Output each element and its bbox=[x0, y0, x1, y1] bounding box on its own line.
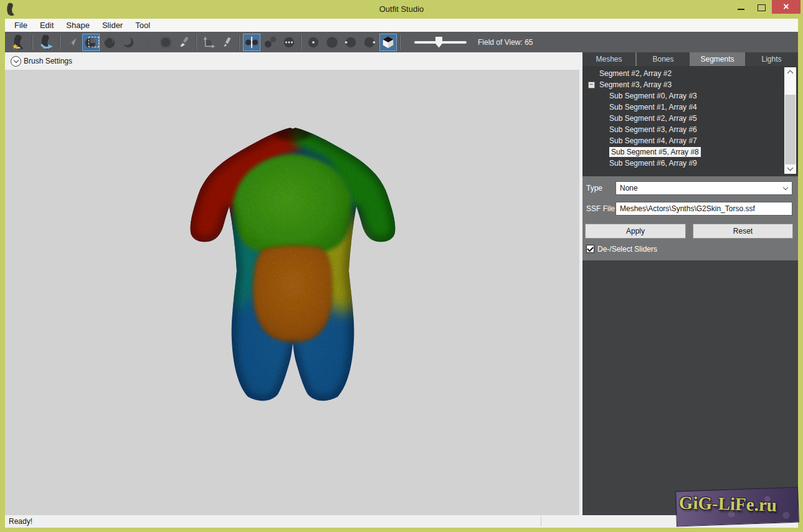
minimize-button[interactable] bbox=[731, 0, 751, 14]
tree-item[interactable]: Sub Segment #3, Array #6 bbox=[582, 125, 798, 136]
tree-item[interactable]: − Segment #3, Array #3 bbox=[582, 80, 798, 91]
chevron-down-icon bbox=[783, 184, 788, 189]
select-icon bbox=[65, 36, 79, 49]
type-label: Type bbox=[586, 184, 602, 192]
vertex-edit-icon bbox=[221, 36, 234, 49]
scroll-down-icon[interactable] bbox=[784, 164, 796, 174]
type-value: None bbox=[616, 184, 784, 192]
tree-scrollbar[interactable] bbox=[784, 67, 796, 174]
mirror-x-button[interactable] bbox=[243, 34, 260, 51]
segment-controls: Type None SSF File Apply Reset De-/Selec… bbox=[582, 176, 798, 260]
tree-item-selected[interactable]: Sub Segment #5, Array #8 bbox=[582, 147, 798, 158]
brush-dot-right-button[interactable] bbox=[361, 34, 378, 51]
menu-shape[interactable]: Shape bbox=[60, 20, 96, 31]
torso-model[interactable] bbox=[168, 121, 417, 409]
collapse-expander-icon[interactable]: − bbox=[588, 82, 595, 88]
fov-slider-thumb[interactable] bbox=[435, 37, 442, 48]
deflate-brush-button[interactable] bbox=[120, 34, 137, 51]
scroll-up-icon[interactable] bbox=[784, 67, 796, 77]
tree-item[interactable]: Sub Segment #1, Array #4 bbox=[582, 102, 798, 113]
status-separator bbox=[541, 516, 541, 526]
menu-tool[interactable]: Tool bbox=[129, 20, 156, 31]
maximize-button[interactable] bbox=[751, 0, 772, 14]
tree-item[interactable]: Sub Segment #2, Array #5 bbox=[582, 113, 798, 125]
menu-edit[interactable]: Edit bbox=[34, 20, 60, 31]
ssf-file-input[interactable] bbox=[615, 202, 792, 216]
brush-dot-left-icon bbox=[344, 36, 358, 49]
minimize-icon bbox=[738, 9, 744, 10]
inflate-brush-icon bbox=[103, 36, 116, 49]
deselect-sliders-checkbox[interactable] bbox=[586, 245, 594, 253]
toolbar-separator bbox=[32, 35, 33, 50]
weight-brush-icon bbox=[178, 36, 191, 49]
collapse-chevron-icon[interactable] bbox=[11, 56, 21, 67]
brush-settings-label[interactable]: Brush Settings bbox=[24, 57, 72, 65]
connected-vertices-icon bbox=[264, 36, 277, 49]
smooth-brush-button[interactable] bbox=[157, 34, 174, 51]
close-icon: × bbox=[783, 1, 789, 12]
new-project-button[interactable] bbox=[9, 33, 29, 52]
move-brush-icon bbox=[140, 36, 154, 49]
type-dropdown[interactable]: None bbox=[615, 181, 792, 195]
smooth-brush-icon bbox=[159, 36, 173, 49]
brush-dot-left-button[interactable] bbox=[342, 34, 359, 51]
menu-slider[interactable]: Slider bbox=[96, 20, 129, 31]
inflate-brush-button[interactable] bbox=[101, 34, 118, 51]
load-project-icon bbox=[39, 34, 55, 50]
tab-lights[interactable]: Lights bbox=[745, 52, 798, 66]
right-panel: Meshes Bones Segments Lights Segment #2,… bbox=[582, 52, 798, 515]
maximize-icon bbox=[758, 4, 766, 11]
toolbar-separator bbox=[196, 35, 197, 50]
toolbar: Field of View: 65 bbox=[5, 32, 798, 52]
move-brush-button[interactable] bbox=[138, 34, 156, 51]
watermark-banner: GiG-LiFe.ru bbox=[675, 487, 799, 527]
transform-icon bbox=[202, 36, 216, 49]
mirror-x-icon bbox=[245, 36, 259, 49]
tree-item[interactable]: Segment #2, Array #2 bbox=[582, 69, 798, 80]
reset-button[interactable]: Reset bbox=[693, 224, 793, 239]
tab-meshes[interactable]: Meshes bbox=[582, 52, 635, 66]
select-tool-button[interactable] bbox=[64, 34, 81, 51]
apply-button[interactable]: Apply bbox=[585, 224, 686, 239]
weight-brush-button[interactable] bbox=[176, 34, 193, 51]
tab-segments[interactable]: Segments bbox=[691, 52, 744, 66]
scrollbar-thumb[interactable] bbox=[785, 95, 796, 164]
tab-bones[interactable]: Bones bbox=[637, 52, 690, 66]
marquee-overlay bbox=[88, 37, 99, 47]
brush-plain-button[interactable] bbox=[323, 34, 341, 51]
mask-brush-button[interactable] bbox=[82, 34, 100, 51]
load-project-button[interactable] bbox=[36, 33, 57, 52]
brush-dot-center-button[interactable] bbox=[305, 34, 322, 51]
leg-crease bbox=[292, 344, 293, 398]
fov-slider[interactable] bbox=[414, 41, 467, 44]
close-button[interactable]: × bbox=[772, 0, 801, 14]
toolbar-separator bbox=[60, 35, 60, 50]
tree-item[interactable]: Sub Segment #0, Array #3 bbox=[582, 91, 798, 102]
segment-tree: Segment #2, Array #2 − Segment #3, Array… bbox=[582, 66, 798, 176]
panel-tabs: Meshes Bones Segments Lights bbox=[582, 52, 798, 66]
new-project-icon bbox=[11, 34, 27, 50]
deselect-sliders-label[interactable]: De-/Select Sliders bbox=[597, 245, 657, 254]
check-icon bbox=[587, 245, 594, 252]
menu-file[interactable]: File bbox=[8, 20, 34, 31]
vertex-edit-button[interactable] bbox=[219, 34, 236, 51]
ssf-file-label: SSF File bbox=[586, 204, 615, 213]
window-title: Outfit Studio bbox=[0, 4, 803, 14]
toolbar-separator bbox=[400, 35, 401, 50]
transform-tool-button[interactable] bbox=[200, 34, 217, 51]
edge-dots-button[interactable] bbox=[280, 34, 298, 51]
perspective-toggle-button[interactable] bbox=[379, 34, 397, 51]
status-text: Ready! bbox=[9, 517, 32, 526]
texture-grain bbox=[168, 121, 417, 408]
brush-settings-bar: Brush Settings bbox=[5, 52, 579, 70]
watermark-text: GiG-LiFe.ru bbox=[678, 492, 777, 515]
viewport-canvas[interactable] bbox=[5, 70, 579, 515]
tree-item[interactable]: Sub Segment #4, Array #7 bbox=[582, 136, 798, 147]
fov-slider-track[interactable] bbox=[414, 41, 467, 44]
edge-dots-icon bbox=[282, 36, 296, 49]
tree-item[interactable]: Sub Segment #6, Array #9 bbox=[582, 158, 798, 169]
fov-label: Field of View: 65 bbox=[478, 38, 533, 47]
connected-vertices-button[interactable] bbox=[262, 34, 279, 51]
deflate-brush-icon bbox=[121, 36, 135, 49]
panel-empty-area bbox=[582, 260, 798, 515]
